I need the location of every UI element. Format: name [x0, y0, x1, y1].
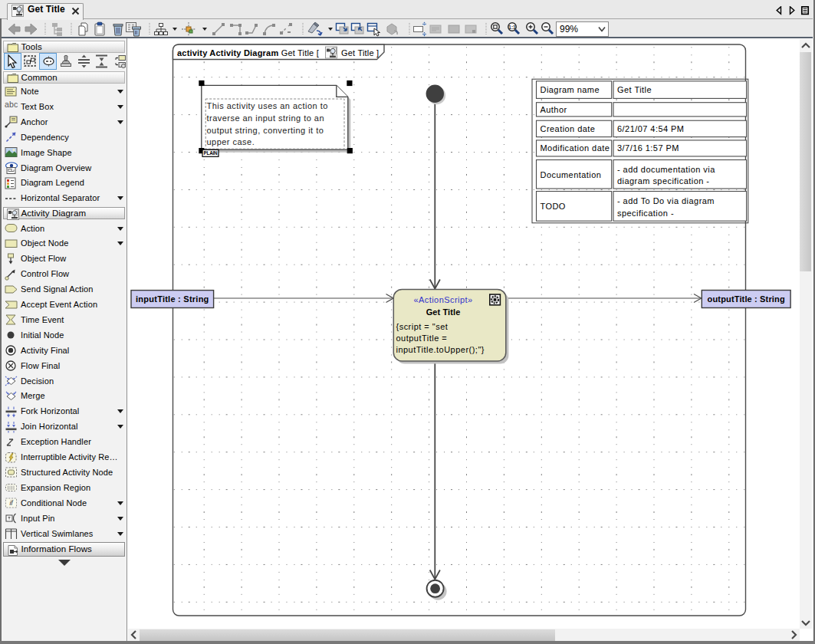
- svg-text:traverse an input string to an: traverse an input string to an: [207, 113, 325, 123]
- svg-text:upper case.: upper case.: [207, 137, 255, 146]
- svg-text:diagram specification -: diagram specification -: [617, 176, 709, 186]
- svg-text:outputTitle =: outputTitle =: [396, 334, 448, 343]
- svg-text:activity Activity Diagram Get: activity Activity Diagram Get Title [: [177, 48, 319, 58]
- svg-text:specification -: specification -: [617, 209, 674, 218]
- svg-text:Get Title: Get Title: [426, 307, 461, 317]
- svg-text:inputTitle.toUpper();"}: inputTitle.toUpper();"}: [396, 345, 485, 354]
- svg-text:1:1: 1:1: [508, 25, 516, 30]
- svg-text:Modification date: Modification date: [541, 143, 610, 153]
- svg-text:Get Title: Get Title: [617, 85, 652, 94]
- svg-text:outputTitle : String: outputTitle : String: [708, 294, 785, 304]
- svg-text:«ActionScript»: «ActionScript»: [413, 295, 472, 304]
- svg-text:- add documentation via: - add documentation via: [617, 165, 715, 174]
- svg-text:- add To Do via diagram: - add To Do via diagram: [617, 196, 715, 205]
- svg-text:Documentation: Documentation: [541, 170, 602, 179]
- svg-text:PLAIN: PLAIN: [204, 150, 219, 156]
- svg-text:{script = "set: {script = "set: [396, 322, 449, 331]
- svg-text:Get Title ]: Get Title ]: [341, 48, 379, 58]
- svg-text:Creation date: Creation date: [541, 124, 596, 133]
- svg-text:output string, converting it t: output string, converting it to: [207, 126, 324, 135]
- svg-text:TODO: TODO: [541, 202, 566, 211]
- svg-text:Diagram name: Diagram name: [541, 85, 600, 94]
- svg-text:This activity uses an action t: This activity uses an action to: [207, 101, 328, 110]
- svg-text:6/21/07 4:54 PM: 6/21/07 4:54 PM: [617, 124, 684, 133]
- svg-text:inputTitle : String: inputTitle : String: [136, 294, 209, 304]
- svg-text:Author: Author: [541, 105, 567, 114]
- svg-text:3/7/16 1:57 PM: 3/7/16 1:57 PM: [617, 143, 679, 153]
